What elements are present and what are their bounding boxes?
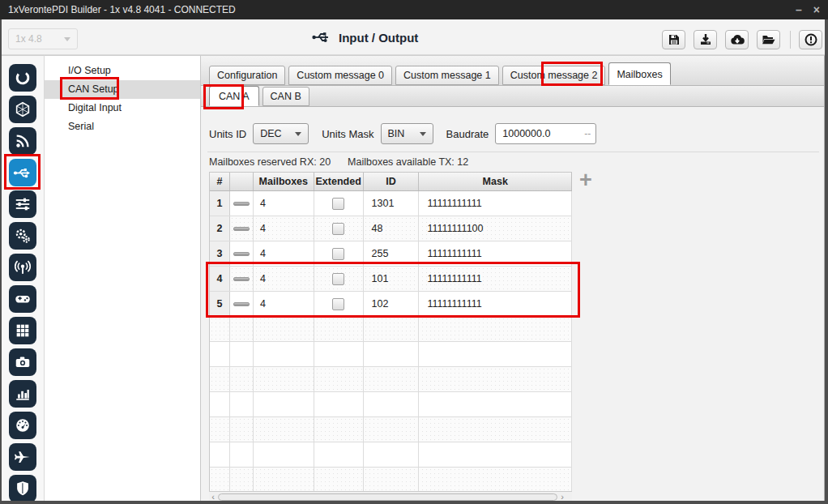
mask-cell[interactable]: 11111111111 <box>419 241 572 266</box>
sidebar-item-mesh[interactable] <box>9 96 36 123</box>
header-extended[interactable]: Extended <box>314 173 364 190</box>
extended-checkbox[interactable] <box>332 223 344 235</box>
empty-table-row <box>210 342 572 367</box>
header-drag[interactable] <box>230 173 254 190</box>
nav-item-serial[interactable]: Serial <box>45 117 200 136</box>
sidebar-item-stick[interactable] <box>9 285 36 313</box>
drag-handle-icon[interactable] <box>233 277 250 281</box>
extended-cell[interactable] <box>314 267 364 291</box>
info-button[interactable] <box>799 30 822 49</box>
mask-cell[interactable]: 11111111111 <box>419 267 572 291</box>
drag-cell[interactable] <box>230 241 254 266</box>
baudrate-input[interactable] <box>495 123 596 144</box>
horizontal-scrollbar[interactable]: ‹ › <box>209 491 572 501</box>
mailboxes-cell[interactable]: 4 <box>254 292 314 316</box>
drag-handle-icon[interactable] <box>233 252 250 256</box>
save-button[interactable] <box>662 30 685 49</box>
mailboxes-cell[interactable]: 4 <box>254 216 314 241</box>
hexagon-mesh-icon <box>14 100 32 118</box>
toolbar-separator <box>790 31 791 49</box>
tab-mailboxes[interactable]: Mailboxes <box>608 62 670 85</box>
sidebar-item-tables[interactable] <box>9 317 36 344</box>
header-id[interactable]: ID <box>364 173 420 190</box>
sidebar-item-settings[interactable] <box>9 190 36 218</box>
table-row-3[interactable]: 3 4 255 11111111111 <box>210 241 572 267</box>
units-mask-select[interactable]: BIN <box>381 123 433 144</box>
mailboxes-cell[interactable]: 4 <box>254 191 314 216</box>
mailboxes-cell[interactable]: 4 <box>254 267 314 291</box>
sidebar-item-telemetry[interactable] <box>9 127 36 155</box>
extended-checkbox[interactable] <box>332 198 344 210</box>
sidebar-item-safety[interactable] <box>9 475 36 502</box>
tab-custom-message-1[interactable]: Custom message 1 <box>395 66 499 85</box>
header-mask[interactable]: Mask <box>419 173 572 190</box>
extended-cell[interactable] <box>314 216 364 241</box>
minimize-button[interactable]: – <box>796 4 802 15</box>
table-row-1[interactable]: 1 4 1301 11111111111 <box>210 191 572 216</box>
tab-custom-message-2[interactable]: Custom message 2 <box>502 66 606 85</box>
table-header-row: # Mailboxes Extended ID Mask <box>210 172 572 191</box>
grid-icon <box>14 322 32 340</box>
sidebar-item-camera[interactable] <box>9 348 36 376</box>
header-mailboxes[interactable]: Mailboxes <box>254 173 314 190</box>
version-selector[interactable]: 1x 4.8 <box>8 28 78 49</box>
units-mask-label: Units Mask <box>322 128 373 140</box>
import-button[interactable] <box>694 30 717 49</box>
drag-cell[interactable] <box>230 292 254 316</box>
id-cell[interactable]: 101 <box>364 267 420 291</box>
toolbar: 1x 4.8 Input / Output <box>2 19 825 55</box>
extended-cell[interactable] <box>314 292 364 316</box>
drag-handle-icon[interactable] <box>233 227 250 231</box>
sidebar-item-flight[interactable] <box>9 443 36 471</box>
scroll-right-arrow[interactable]: › <box>558 492 566 501</box>
baudrate-label: Baudrate <box>446 128 489 140</box>
mailboxes-cell[interactable]: 4 <box>254 241 314 266</box>
sidebar-item-platform[interactable] <box>9 64 36 92</box>
units-id-select[interactable]: DEC <box>253 123 309 144</box>
extended-checkbox[interactable] <box>332 298 344 310</box>
drag-cell[interactable] <box>230 191 254 216</box>
tx-label: Mailboxes available TX: <box>348 156 455 168</box>
mask-cell[interactable]: 11111111111 <box>419 191 572 216</box>
sidebar-item-automations[interactable] <box>9 222 36 250</box>
extended-checkbox[interactable] <box>332 248 344 260</box>
tab-custom-message-0[interactable]: Custom message 0 <box>288 66 392 85</box>
table-row-2[interactable]: 2 4 48 11111111100 <box>210 216 572 241</box>
tab-can-a[interactable]: CAN A <box>209 86 259 106</box>
drag-handle-icon[interactable] <box>233 202 250 206</box>
extended-cell[interactable] <box>314 241 364 266</box>
add-row-button[interactable]: + <box>576 172 595 191</box>
nav-item-digital-input[interactable]: Digital Input <box>45 99 200 117</box>
close-button[interactable]: × <box>813 4 820 15</box>
extended-cell[interactable] <box>314 191 364 216</box>
id-cell[interactable]: 1301 <box>364 191 420 216</box>
drag-cell[interactable] <box>230 267 254 291</box>
drag-handle-icon[interactable] <box>233 302 250 306</box>
sidebar-item-telemetry-dash[interactable] <box>9 412 36 439</box>
tab-can-b[interactable]: CAN B <box>262 87 309 106</box>
scroll-left-arrow[interactable]: ‹ <box>209 492 217 501</box>
extended-checkbox[interactable] <box>332 273 344 285</box>
table-row-4[interactable]: 4 4 101 11111111111 <box>210 267 572 292</box>
baudrate-suffix: -- <box>584 128 591 139</box>
empty-table-row <box>210 317 572 342</box>
mask-cell[interactable]: 11111111100 <box>419 216 572 241</box>
header-num[interactable]: # <box>210 173 230 190</box>
nav-item-can-setup[interactable]: CAN Setup <box>45 80 200 99</box>
id-cell[interactable]: 102 <box>364 292 420 316</box>
sidebar-item-comms[interactable] <box>9 254 36 281</box>
cloud-download-button[interactable] <box>725 30 749 49</box>
sidebar-item-hil[interactable] <box>9 380 36 408</box>
tab-configuration[interactable]: Configuration <box>209 66 285 85</box>
id-cell[interactable]: 48 <box>364 216 420 241</box>
sidebar-item-input-output[interactable] <box>9 159 36 186</box>
open-file-button[interactable] <box>757 30 780 49</box>
scrollbar-thumb[interactable] <box>218 493 557 501</box>
drag-cell[interactable] <box>230 216 254 241</box>
nav-item-io-setup[interactable]: I/O Setup <box>45 62 200 80</box>
id-cell[interactable]: 255 <box>364 241 420 266</box>
mask-cell[interactable]: 11111111111 <box>419 292 572 316</box>
table-row-5[interactable]: 5 4 102 11111111111 <box>210 292 572 317</box>
window-border <box>0 501 828 504</box>
camera-icon <box>14 353 32 371</box>
